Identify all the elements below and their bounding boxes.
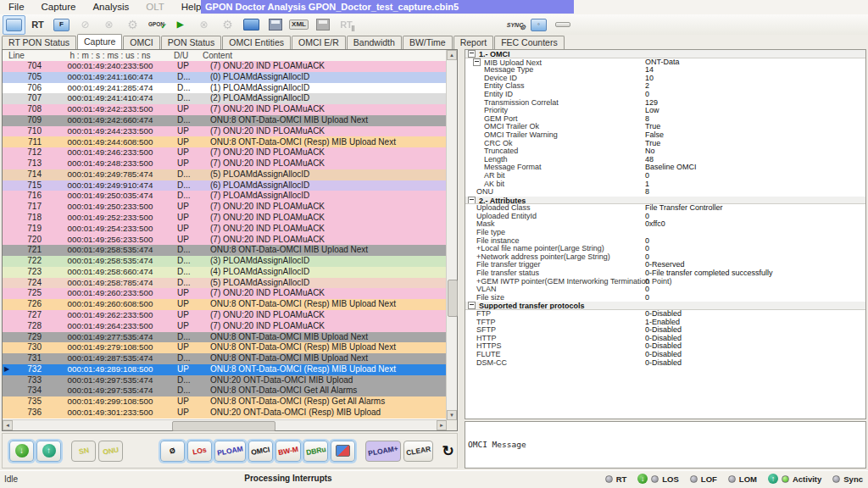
menu-capture[interactable]: Capture [33, 0, 85, 14]
horizontal-scroll-thumb[interactable] [172, 421, 275, 431]
filter-omci-button[interactable]: OMCI [248, 441, 273, 462]
property-row[interactable]: Uploaded ClassFile Transfer Controller [465, 204, 865, 213]
scroll-up-icon[interactable]: ▲ [447, 50, 457, 60]
property-row[interactable]: File transfer trigger0-Reserved [465, 261, 865, 269]
table-row[interactable]: 726000:01:49:260:608:500UPONU:8 ONT-Data… [3, 299, 447, 310]
table-row[interactable]: 715000:01:49:249:910:474D...(6) PLOAMdAs… [3, 180, 447, 191]
property-row[interactable]: VLAN0 [465, 286, 865, 294]
filter-bwmap-button[interactable]: BW-M [275, 441, 301, 462]
filter-dbru-button[interactable]: DBRu [303, 441, 329, 462]
property-row[interactable]: PriorityLow [465, 107, 865, 115]
table-row[interactable]: 729000:01:49:277:535:474D...ONU:8 ONT-Da… [3, 332, 447, 343]
column-header-du[interactable]: D/U [174, 50, 203, 61]
property-row[interactable]: MIB Upload NextONT-Data [465, 58, 865, 67]
vertical-scroll-thumb[interactable] [448, 280, 458, 317]
table-row[interactable]: 719000:01:49:254:233:500UP(7) ONU:20 IND… [3, 224, 447, 235]
table-row[interactable]: 721000:01:49:258:535:474D...ONU:8 ONT-Da… [3, 245, 447, 256]
property-row[interactable]: Mask0xffc0 [465, 220, 865, 229]
column-header-line[interactable]: Line [3, 50, 47, 61]
table-row[interactable]: 710000:01:49:244:233:500UP(7) ONU:20 IND… [3, 126, 447, 137]
table-row[interactable]: 704000:01:49:240:233:500UP(7) ONU:20 IND… [3, 61, 447, 72]
filter-ploam-button[interactable]: PLOAM [214, 441, 246, 462]
property-row[interactable]: Entity ID0 [465, 91, 865, 99]
property-row[interactable]: GEM Port8 [465, 115, 865, 124]
table-row[interactable]: 718000:01:49:252:233:500UP(7) ONU:20 IND… [3, 213, 447, 224]
property-row[interactable]: ONU8 [465, 188, 865, 197]
property-row[interactable]: +Network address pointer(Large String)0 [465, 253, 865, 262]
apply-card-button[interactable]: ▶ [169, 15, 192, 35]
table-row[interactable]: 711000:01:49:244:608:500UPONU:8 ONT-Data… [3, 136, 447, 147]
capture-file-button[interactable]: F [50, 15, 73, 35]
table-row[interactable]: 712000:01:49:246:233:500UP(7) ONU:20 IND… [3, 147, 447, 158]
panel-splitter[interactable] [459, 49, 465, 469]
tab-capture[interactable]: Capture [77, 34, 122, 49]
table-row[interactable]: 722000:01:49:258:535:474D...(3) PLOAMdAs… [3, 256, 447, 267]
property-section[interactable]: 2.- Attributes [465, 197, 865, 205]
open-file-button[interactable] [240, 15, 263, 35]
property-section[interactable]: 1.- OMCI [465, 50, 865, 58]
ploam-plus-button[interactable]: PLOAM+ [365, 441, 401, 462]
property-section[interactable]: Supported transfer protocols [465, 302, 865, 310]
tab-pon-status[interactable]: PON Status [161, 36, 221, 49]
refresh-button[interactable]: ↻ [436, 441, 460, 462]
table-row[interactable]: 707000:01:49:241:410:474D...(2) PLOAMdAs… [3, 93, 447, 104]
save-button[interactable] [264, 15, 287, 35]
gpon-analysis-button[interactable]: GPON✓ [145, 15, 168, 35]
tab-omci-entities[interactable]: OMCI Entities [222, 36, 291, 49]
property-row[interactable]: Uploaded EntityId0 [465, 213, 865, 221]
property-row[interactable]: AK bit1 [465, 180, 865, 189]
scroll-down-icon[interactable]: ▼ [447, 410, 457, 420]
table-row[interactable]: 727000:01:49:262:233:500UP(7) ONU:20 IND… [3, 310, 447, 321]
property-row[interactable]: File size0 [465, 294, 865, 302]
property-row[interactable]: OMCI Trailer OkTrue [465, 123, 865, 131]
property-row[interactable]: +GEM IWTP pointer(GEM Interworking Termi… [465, 278, 865, 286]
property-row[interactable]: HTTPS0-Disabled [465, 342, 865, 351]
rt-capture-button[interactable]: RT [26, 15, 49, 35]
column-header-time[interactable]: h : m : s : ms : us : ns [47, 50, 174, 61]
property-row[interactable]: FLUTE0-Disabled [465, 351, 865, 359]
toolbar-handle[interactable] [551, 15, 574, 35]
table-row[interactable]: 708000:01:49:242:233:500UP(7) ONU:20 IND… [3, 104, 447, 115]
nav-prev-event-button[interactable]: ↑ [36, 441, 61, 462]
tab-bw-time[interactable]: BW/Time [403, 36, 453, 49]
property-row[interactable]: File type [465, 229, 865, 237]
snapshot-button[interactable]: ◦ [527, 15, 550, 35]
property-row[interactable]: File instance0 [465, 237, 865, 246]
table-row[interactable]: 731000:01:49:287:535:474D...ONU:8 ONT-Da… [3, 353, 447, 364]
export-xml-button[interactable]: XML [287, 15, 310, 35]
nav-next-event-button[interactable]: ↓ [9, 441, 34, 462]
table-row[interactable]: 736000:01:49:301:233:500UPONU:20 ONT-Dat… [3, 408, 447, 419]
table-row[interactable]: 720000:01:49:256:233:500UP(7) ONU:20 IND… [3, 235, 447, 246]
property-row[interactable]: TruncatedNo [465, 147, 865, 156]
property-row[interactable]: AR bit0 [465, 172, 865, 180]
tab-rt-pon-status[interactable]: RT PON Status [2, 36, 76, 49]
table-row[interactable]: 724000:01:49:258:785:474D...(5) PLOAMdAs… [3, 278, 447, 289]
table-row[interactable]: ▶732000:01:49:289:108:500UPONU:8 ONT-Dat… [3, 364, 447, 375]
scroll-right-icon[interactable]: ► [437, 420, 447, 430]
table-row[interactable]: 723000:01:49:258:660:474D...(4) PLOAMdAs… [3, 267, 447, 278]
filter-los-button[interactable]: LOs [187, 441, 212, 462]
property-row[interactable]: DSM-CC0-Disabled [465, 359, 865, 368]
table-row[interactable]: 716000:01:49:250:035:474D...(7) PLOAMdAs… [3, 191, 447, 202]
filter-empty-button[interactable]: Ø [160, 441, 185, 462]
collapse-icon[interactable] [468, 302, 476, 309]
property-row[interactable]: Device ID10 [465, 75, 865, 83]
horizontal-scrollbar[interactable]: ◄ ► [3, 419, 447, 430]
table-row[interactable]: 709000:01:49:242:660:474D...ONU:8 ONT-Da… [3, 115, 447, 126]
table-row[interactable]: 705000:01:49:241:160:474D...(0) PLOAMdAs… [3, 72, 447, 83]
menu-analysis[interactable]: Analysis [84, 0, 137, 14]
tab-fec-counters[interactable]: FEC Counters [494, 36, 565, 49]
table-row[interactable]: 713000:01:49:248:233:500UP(7) ONU:20 IND… [3, 158, 447, 169]
tab-omci[interactable]: OMCI [123, 36, 159, 49]
collapse-icon[interactable] [473, 58, 481, 66]
table-row[interactable]: 714000:01:49:249:785:474D...(5) PLOAMdAs… [3, 169, 447, 180]
table-row[interactable]: 735000:01:49:299:108:500UPONU:8 ONT-Data… [3, 396, 447, 408]
collapse-icon[interactable] [468, 197, 476, 204]
table-row[interactable]: 730000:01:49:279:108:500UPONU:8 ONT-Data… [3, 342, 447, 353]
clear-button[interactable]: CLEAR [403, 441, 433, 462]
property-row[interactable]: SFTP0-Disabled [465, 326, 865, 335]
capture-screen-button[interactable] [3, 15, 25, 35]
table-row[interactable]: 733000:01:49:297:535:474D...ONU:20 ONT-D… [3, 375, 447, 386]
tab-report[interactable]: Report [453, 36, 494, 49]
table-row[interactable]: 734000:01:49:297:535:474D...ONU:8 ONT-Da… [3, 385, 447, 396]
